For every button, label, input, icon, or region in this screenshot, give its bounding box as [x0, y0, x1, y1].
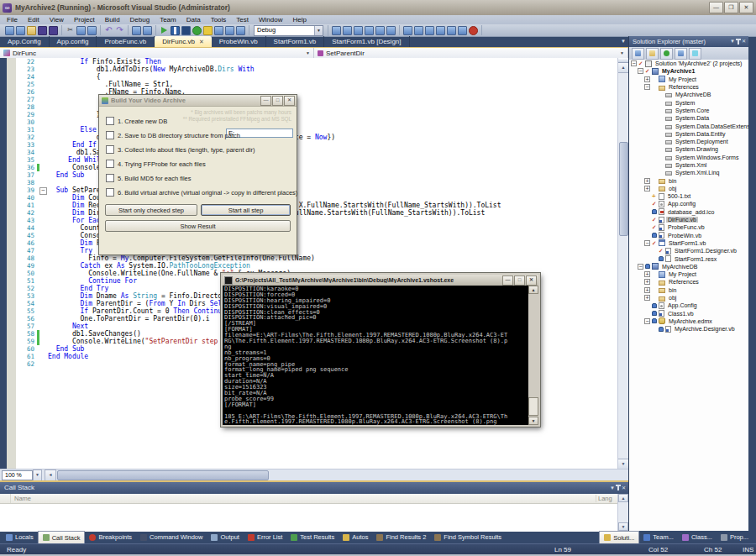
outline-collapse-box[interactable]: −	[39, 187, 47, 195]
menu-file[interactable]: File	[2, 15, 23, 24]
tree-expander[interactable]: −	[644, 84, 650, 90]
dialog-minimize-button[interactable]: —	[260, 96, 271, 106]
tree-expander[interactable]: +	[644, 271, 650, 277]
panel-tab-locals[interactable]: Locals	[2, 531, 38, 543]
tree-expander[interactable]: +	[644, 76, 650, 82]
tree-item-references[interactable]: +References	[629, 278, 748, 286]
console-minimize-button[interactable]: —	[502, 275, 513, 286]
members-dropdown[interactable]: SetParentDir ▼	[314, 48, 628, 58]
view-code-button[interactable]	[675, 48, 687, 60]
tree-expander[interactable]: −	[644, 240, 650, 246]
tree-item-my-project[interactable]: +My Project	[629, 270, 748, 278]
new-project-button[interactable]	[4, 25, 15, 35]
step-checkbox[interactable]	[106, 131, 114, 139]
tree-expander[interactable]: +	[644, 287, 650, 293]
code-line[interactable]: Catch ex As System.IO.PathTooLongExcepti…	[48, 262, 618, 270]
scrollbar-thumb[interactable]	[619, 142, 628, 236]
locals-window-button[interactable]	[424, 25, 435, 35]
panel-tab-class[interactable]: Class...	[678, 531, 717, 543]
window-position-dropdown-icon[interactable]: ▼	[730, 36, 735, 47]
solution-explorer-header[interactable]: Solution Explorer (master) ▼ ✕	[629, 36, 748, 47]
tree-expander[interactable]: −	[644, 318, 650, 324]
tree-item-system-data-entity[interactable]: System.Data.Entity	[629, 130, 748, 138]
tab-close-icon[interactable]: ✕	[199, 36, 204, 47]
editor-vertical-scrollbar[interactable]: ▲ ▼	[617, 58, 628, 469]
document-tab-probefunc-vb[interactable]: ProbeFunc.vb	[97, 36, 155, 47]
step-checkbox[interactable]	[106, 145, 114, 154]
tree-item-myarchivedb[interactable]: −MyArchiveDB	[629, 263, 748, 270]
dialog-title-bar[interactable]: Build Your Video Archive — □ ✕	[99, 95, 297, 107]
tree-item-system-data-datasetextensions[interactable]: System.Data.DataSetExtensions	[629, 122, 748, 129]
tree-item-myarchive1[interactable]: −✓MyArchive1	[629, 67, 748, 75]
console-title-bar[interactable]: G:\Projects\All_Test\MyArchive\MyArchive…	[223, 275, 538, 286]
tree-expander[interactable]: +	[644, 295, 650, 301]
menu-edit[interactable]: Edit	[23, 15, 45, 24]
document-tab-dirfunc-vb[interactable]: DirFunc.vb✕	[155, 36, 212, 47]
save-button[interactable]	[37, 25, 48, 35]
menu-test[interactable]: Test	[231, 15, 254, 24]
tree-item-probewin-vb[interactable]: ProbeWin.vb	[629, 232, 748, 239]
tree-item-startform1-designer-vb[interactable]: ✓StartForm1.Designer.vb	[629, 247, 748, 254]
tree-expander[interactable]: −	[638, 68, 643, 74]
dialog-close-button[interactable]: ✕	[284, 96, 295, 106]
tree-expander[interactable]: −	[638, 264, 643, 270]
tree-expander[interactable]: +	[644, 178, 650, 184]
call-stack-body[interactable]	[0, 504, 628, 532]
tree-item-myarchive-edmx[interactable]: −MyArchive.edmx	[629, 317, 748, 325]
call-stack-scroll-down-icon[interactable]: ▼	[618, 522, 628, 531]
refresh-button[interactable]	[660, 48, 673, 60]
console-scroll-down-icon[interactable]: ▼	[528, 417, 538, 425]
panel-tab-call-stack[interactable]: Call Stack	[38, 531, 86, 543]
tree-item-class1-vb[interactable]: Class1.vb	[629, 310, 748, 317]
view-class-diagram-button[interactable]	[689, 48, 701, 60]
object-browser-button[interactable]	[364, 25, 375, 35]
tree-item-system-core[interactable]: System.Core	[629, 107, 748, 114]
document-tab-startform1-vb[interactable]: StartForm1.vb	[266, 36, 325, 47]
editor-horizontal-scrollbar[interactable]: 100 % ▼ ◄	[0, 469, 628, 481]
data-connection-button[interactable]	[468, 25, 479, 35]
panel-close-icon[interactable]: ✕	[742, 36, 746, 47]
call-stack-scroll-up-icon[interactable]: ▲	[618, 494, 628, 502]
tree-item-app-config[interactable]: App.Config	[629, 302, 748, 309]
code-line[interactable]: db1.AddToDirs(New MyArchiveDB.Dirs With	[48, 66, 618, 73]
tree-item-my-project[interactable]: +My Project	[629, 76, 748, 83]
panel-tab-soluti[interactable]: Soluti...	[599, 531, 639, 543]
console-close-button[interactable]: ✕	[526, 275, 537, 286]
step-checkbox[interactable]	[106, 160, 114, 168]
call-stack-header[interactable]: Call Stack ▼ ✕	[0, 482, 628, 494]
cut-button[interactable]	[65, 25, 76, 35]
step-out-button[interactable]	[235, 25, 246, 35]
add-new-item-button[interactable]	[15, 25, 26, 35]
step-checkbox[interactable]	[106, 188, 114, 197]
menu-window[interactable]: Window	[254, 15, 287, 24]
scroll-up-icon[interactable]: ▲	[618, 63, 628, 73]
close-button[interactable]: ✕	[739, 2, 753, 13]
tree-item-obj[interactable]: +obj	[629, 294, 748, 302]
breakpoint-margin[interactable]	[7, 58, 16, 469]
code-line[interactable]: {	[48, 73, 618, 81]
output-window-button[interactable]	[457, 25, 468, 35]
auto-hide-pin-icon[interactable]	[738, 40, 739, 45]
undo-button[interactable]	[103, 25, 114, 35]
code-line[interactable]: .FullName = Str1,	[48, 81, 618, 88]
menu-data[interactable]: Data	[181, 15, 206, 24]
tab-list-dropdown-icon[interactable]: ▼	[618, 36, 628, 47]
scroll-left-icon[interactable]: ◄	[45, 469, 56, 481]
break-all-button[interactable]	[170, 25, 181, 35]
document-tab-app-config[interactable]: App.Config	[0, 36, 50, 47]
code-line[interactable]: If Finfo.Exists Then	[48, 58, 618, 66]
tree-item-system-data[interactable]: System.Data	[629, 114, 748, 122]
call-stack-window-button[interactable]	[435, 25, 446, 35]
redo-button[interactable]	[114, 25, 125, 35]
panel-tab-find-symbol-results[interactable]: Find Symbol Results	[430, 531, 506, 543]
find-in-files-button[interactable]	[331, 25, 342, 35]
menu-tools[interactable]: Tools	[206, 15, 232, 24]
step-into-button[interactable]	[213, 25, 224, 35]
call-stack-scrollbar[interactable]: ▲ ▼	[617, 494, 628, 531]
window-position-dropdown-icon[interactable]: ▼	[610, 482, 615, 494]
scroll-down-icon[interactable]: ▼	[618, 459, 628, 469]
code-line[interactable]: Finfo = My.Computer.FileSystem.GetFileIn…	[48, 254, 618, 262]
auto-hide-pin-icon[interactable]	[617, 486, 619, 490]
menu-help[interactable]: Help	[287, 15, 311, 24]
menu-build[interactable]: Build	[100, 15, 125, 24]
